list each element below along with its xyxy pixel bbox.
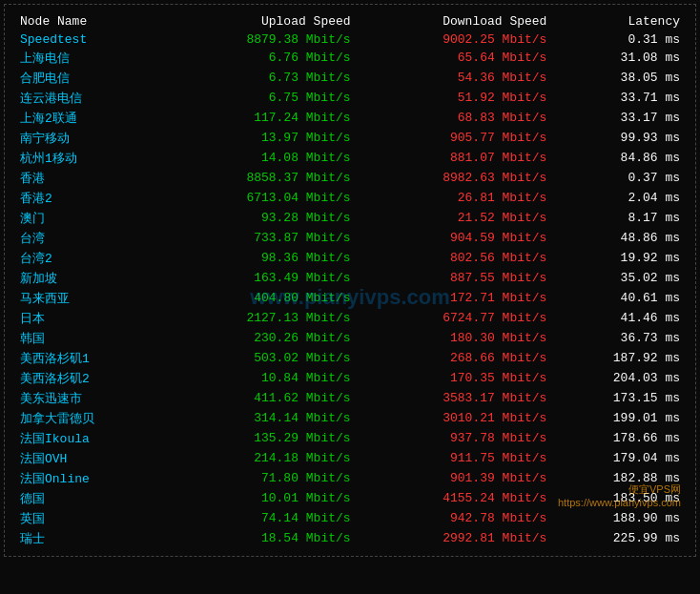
cell-latency: 33.71 ms (552, 88, 686, 108)
cell-upload: 10.84 Mbit/s (160, 368, 357, 388)
table-row: 法国Ikoula135.29 Mbit/s937.78 Mbit/s178.66… (14, 428, 686, 448)
cell-node: Speedtest (14, 31, 160, 48)
cell-upload: 6.76 Mbit/s (160, 48, 357, 68)
cell-upload: 98.36 Mbit/s (160, 248, 357, 268)
cell-node: 台湾 (14, 228, 160, 248)
table-row: Speedtest8879.38 Mbit/s9002.25 Mbit/s0.3… (14, 31, 686, 48)
cell-upload: 13.97 Mbit/s (160, 128, 357, 148)
cell-node: 合肥电信 (14, 68, 160, 88)
table-row: 澳门93.28 Mbit/s21.52 Mbit/s8.17 ms (14, 208, 686, 228)
cell-upload: 74.14 Mbit/s (160, 508, 357, 528)
table-row: 香港26713.04 Mbit/s26.81 Mbit/s2.04 ms (14, 188, 686, 208)
cell-latency: 41.46 ms (552, 308, 686, 328)
cell-latency: 8.17 ms (552, 208, 686, 228)
cell-upload: 6.73 Mbit/s (160, 68, 357, 88)
results-table: Node Name Upload Speed Download Speed La… (14, 12, 686, 548)
cell-upload: 6.75 Mbit/s (160, 88, 357, 108)
table-row: 法国Online71.80 Mbit/s901.39 Mbit/s182.88 … (14, 468, 686, 488)
cell-download: 54.36 Mbit/s (357, 68, 553, 88)
cell-download: 904.59 Mbit/s (357, 228, 553, 248)
cell-latency: 33.17 ms (552, 108, 686, 128)
cell-download: 911.75 Mbit/s (357, 448, 553, 468)
cell-upload: 8879.38 Mbit/s (160, 31, 357, 48)
cell-upload: 135.29 Mbit/s (160, 428, 357, 448)
table-row: 美东迅速市411.62 Mbit/s3583.17 Mbit/s173.15 m… (14, 388, 686, 408)
cell-node: 日本 (14, 308, 160, 328)
cell-upload: 733.87 Mbit/s (160, 228, 357, 248)
cell-node: 瑞士 (14, 528, 160, 548)
cell-latency: 187.92 ms (552, 348, 686, 368)
table-row: 南宁移动13.97 Mbit/s905.77 Mbit/s99.93 ms (14, 128, 686, 148)
cell-latency: 178.66 ms (552, 428, 686, 448)
table-row: 韩国230.26 Mbit/s180.30 Mbit/s36.73 ms (14, 328, 686, 348)
cell-node: 美西洛杉矶2 (14, 368, 160, 388)
cell-latency: 179.04 ms (552, 448, 686, 468)
table-row: 台湾298.36 Mbit/s802.56 Mbit/s19.92 ms (14, 248, 686, 268)
cell-download: 26.81 Mbit/s (357, 188, 553, 208)
cell-node: 上海电信 (14, 48, 160, 68)
cell-latency: 0.31 ms (552, 31, 686, 48)
table-row: 美西洛杉矶1503.02 Mbit/s268.66 Mbit/s187.92 m… (14, 348, 686, 368)
cell-upload: 10.01 Mbit/s (160, 488, 357, 508)
cell-node: 韩国 (14, 328, 160, 348)
cell-latency: 99.93 ms (552, 128, 686, 148)
cell-upload: 214.18 Mbit/s (160, 448, 357, 468)
cell-latency: 183.50 ms (552, 488, 686, 508)
cell-upload: 8858.37 Mbit/s (160, 168, 357, 188)
cell-node: 美西洛杉矶1 (14, 348, 160, 368)
col-node: Node Name (14, 12, 160, 31)
cell-latency: 31.08 ms (552, 48, 686, 68)
cell-latency: 35.02 ms (552, 268, 686, 288)
cell-download: 905.77 Mbit/s (357, 128, 553, 148)
cell-download: 9002.25 Mbit/s (357, 31, 553, 48)
cell-upload: 503.02 Mbit/s (160, 348, 357, 368)
cell-latency: 19.92 ms (552, 248, 686, 268)
cell-download: 942.78 Mbit/s (357, 508, 553, 528)
table-row: 杭州1移动14.08 Mbit/s881.07 Mbit/s84.86 ms (14, 148, 686, 168)
cell-node: 德国 (14, 488, 160, 508)
cell-download: 268.66 Mbit/s (357, 348, 553, 368)
cell-node: 澳门 (14, 208, 160, 228)
cell-latency: 0.37 ms (552, 168, 686, 188)
cell-latency: 204.03 ms (552, 368, 686, 388)
cell-node: 连云港电信 (14, 88, 160, 108)
cell-download: 901.39 Mbit/s (357, 468, 553, 488)
cell-latency: 182.88 ms (552, 468, 686, 488)
cell-latency: 199.01 ms (552, 408, 686, 428)
cell-node: 新加坡 (14, 268, 160, 288)
cell-node: 上海2联通 (14, 108, 160, 128)
table-row: 台湾733.87 Mbit/s904.59 Mbit/s48.86 ms (14, 228, 686, 248)
main-container: www.pianyivps.com 便宜VPS网 https://www.pia… (4, 4, 696, 557)
cell-node: 南宁移动 (14, 128, 160, 148)
cell-download: 2992.81 Mbit/s (357, 528, 553, 548)
col-upload: Upload Speed (160, 12, 357, 31)
cell-node: 加拿大雷德贝 (14, 408, 160, 428)
cell-latency: 188.90 ms (552, 508, 686, 528)
table-row: 法国OVH214.18 Mbit/s911.75 Mbit/s179.04 ms (14, 448, 686, 468)
cell-upload: 404.80 Mbit/s (160, 288, 357, 308)
cell-download: 8982.63 Mbit/s (357, 168, 553, 188)
cell-node: 法国Ikoula (14, 428, 160, 448)
cell-upload: 6713.04 Mbit/s (160, 188, 357, 208)
cell-latency: 48.86 ms (552, 228, 686, 248)
cell-download: 68.83 Mbit/s (357, 108, 553, 128)
cell-node: 法国Online (14, 468, 160, 488)
table-row: 香港8858.37 Mbit/s8982.63 Mbit/s0.37 ms (14, 168, 686, 188)
cell-download: 21.52 Mbit/s (357, 208, 553, 228)
cell-upload: 117.24 Mbit/s (160, 108, 357, 128)
table-header: Node Name Upload Speed Download Speed La… (14, 12, 686, 31)
table-row: 合肥电信6.73 Mbit/s54.36 Mbit/s38.05 ms (14, 68, 686, 88)
cell-upload: 314.14 Mbit/s (160, 408, 357, 428)
cell-upload: 71.80 Mbit/s (160, 468, 357, 488)
table-row: 新加坡163.49 Mbit/s887.55 Mbit/s35.02 ms (14, 268, 686, 288)
table-row: 英国74.14 Mbit/s942.78 Mbit/s188.90 ms (14, 508, 686, 528)
cell-upload: 230.26 Mbit/s (160, 328, 357, 348)
cell-latency: 2.04 ms (552, 188, 686, 208)
col-download: Download Speed (357, 12, 553, 31)
cell-upload: 163.49 Mbit/s (160, 268, 357, 288)
cell-download: 170.35 Mbit/s (357, 368, 553, 388)
cell-download: 180.30 Mbit/s (357, 328, 553, 348)
cell-upload: 18.54 Mbit/s (160, 528, 357, 548)
col-latency: Latency (552, 12, 686, 31)
cell-node: 杭州1移动 (14, 148, 160, 168)
